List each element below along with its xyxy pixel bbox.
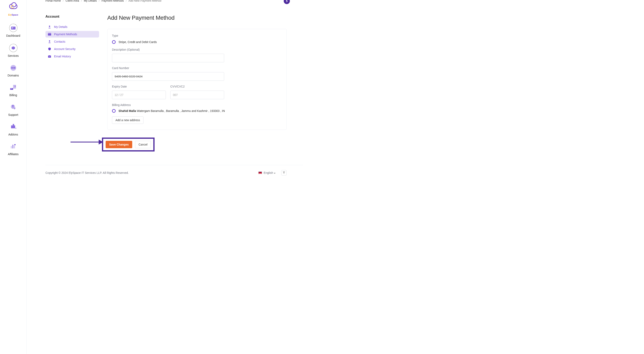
svg-rect-11	[11, 89, 12, 89]
sidebar-nav: Dashboard Services www Domains $ Billing…	[0, 21, 26, 159]
svg-rect-2	[12, 28, 13, 29]
svg-point-14	[12, 105, 14, 107]
services-icon	[9, 44, 18, 52]
sidebar-label: Affiliates	[8, 152, 19, 156]
scroll-to-top-button[interactable]	[281, 170, 286, 175]
user-icon	[48, 40, 51, 43]
card-number-value: 5405 0460 0220 0424	[115, 75, 142, 78]
breadcrumb-my-details[interactable]: My Details	[84, 0, 97, 2]
svg-rect-16	[14, 109, 15, 109]
cvv-value: 007	[173, 93, 178, 97]
sidebar-label: Support	[8, 113, 18, 116]
description-input[interactable]	[112, 54, 224, 62]
sidebar-item-support[interactable]: Support	[0, 100, 26, 120]
sidebar-label: Addons	[8, 133, 18, 136]
label-description: Description (Optional)	[112, 48, 282, 51]
breadcrumb: Portal Home / Client Area / My Details /…	[46, 0, 303, 2]
sidebar-label: Domains	[8, 74, 19, 77]
svg-rect-18	[11, 146, 12, 148]
sidebar-item-affiliates[interactable]: Affiliates	[0, 140, 26, 159]
svg-text:www: www	[12, 67, 14, 68]
svg-rect-20	[14, 145, 15, 148]
account-link-payment-methods[interactable]: Payment Methods	[46, 31, 99, 38]
support-icon	[10, 103, 17, 111]
expiry-value: 12 / 27	[115, 93, 124, 97]
annotation-arrow-line	[70, 142, 99, 142]
sidebar-label: Services	[8, 54, 19, 57]
sidebar-label: Billing	[10, 93, 17, 97]
svg-text:$: $	[14, 85, 16, 87]
expiry-input[interactable]: 12 / 27	[112, 91, 166, 99]
sidebar-item-addons[interactable]: + Addons	[0, 120, 26, 140]
sidebar-item-dashboard[interactable]: Dashboard	[0, 21, 26, 41]
svg-point-25	[49, 40, 50, 42]
breadcrumb-current: Add New Payment Method	[128, 0, 161, 2]
dashboard-icon	[9, 24, 18, 32]
logo-cloud-icon	[9, 4, 18, 9]
account-link-label: Contacts	[54, 40, 65, 43]
svg-rect-15	[14, 108, 16, 108]
svg-rect-27	[283, 171, 285, 172]
footer: Copyright © 2024 ElySpace IT Services LL…	[46, 165, 303, 175]
brand-name: ElySpace	[8, 14, 18, 16]
radio-payment-type-label: Stripe, Credit and Debit Cards	[118, 40, 157, 44]
addons-icon: +	[10, 123, 17, 131]
svg-rect-1	[12, 27, 13, 28]
svg-point-22	[49, 26, 50, 27]
language-selector[interactable]: English	[258, 171, 276, 174]
billing-address-option: Shahid Malla Watergam Baramulla , Baramu…	[118, 109, 225, 112]
breadcrumb-payment-methods[interactable]: Payment Methods	[102, 0, 124, 2]
brand-logo[interactable]	[7, 4, 20, 12]
uk-flag-icon	[258, 171, 262, 174]
sidebar-item-domains[interactable]: www Domains	[0, 61, 26, 81]
account-subnav: Account My Details Payment Methods	[46, 15, 99, 151]
billing-icon: $	[10, 84, 17, 91]
svg-marker-3	[12, 46, 15, 50]
account-heading: Account	[46, 15, 99, 19]
sidebar-item-services[interactable]: Services	[0, 41, 26, 61]
account-link-label: My Details	[54, 25, 67, 29]
cancel-button[interactable]: Cancel	[135, 141, 151, 148]
payment-form-card: Type Stripe, Credit and Debit Cards Desc…	[107, 29, 286, 130]
annotation-highlight-box: Save Changes Cancel	[102, 137, 154, 151]
footer-copyright: Copyright © 2024 ElySpace IT Services LL…	[46, 171, 129, 174]
svg-rect-10	[11, 89, 11, 89]
arrow-up-icon	[283, 171, 285, 174]
sidebar-label: Dashboard	[6, 34, 20, 37]
account-link-account-security[interactable]: Account Security	[46, 46, 99, 52]
account-link-label: Email History	[54, 55, 71, 58]
svg-rect-0	[11, 27, 16, 30]
cvv-input[interactable]: 007	[170, 91, 224, 99]
sidebar-item-billing[interactable]: $ Billing	[0, 81, 26, 100]
save-changes-button[interactable]: Save Changes	[106, 141, 132, 148]
label-expiry: Expiry Date	[112, 85, 166, 88]
svg-rect-12	[12, 89, 12, 89]
card-icon	[48, 33, 51, 36]
add-address-button[interactable]: Add a new address	[112, 116, 144, 124]
card-number-input[interactable]: 5405 0460 0220 0424	[112, 72, 224, 81]
svg-point-21	[14, 144, 16, 145]
account-link-email-history[interactable]: Email History	[46, 53, 99, 60]
account-link-label: Account Security	[54, 47, 76, 51]
breadcrumb-portal-home[interactable]: Portal Home	[46, 0, 61, 2]
sidebar: ElySpace Dashboard Services www Domains …	[0, 0, 26, 184]
affiliates-icon	[10, 143, 17, 150]
breadcrumb-client-area[interactable]: Client Area	[66, 0, 79, 2]
label-card-number: Card Number	[112, 66, 282, 70]
radio-billing-address[interactable]	[112, 109, 116, 113]
content-title: Add New Payment Method	[107, 15, 286, 21]
label-cvv: CVV/CVC2	[170, 85, 224, 88]
language-label: English	[264, 171, 276, 174]
account-link-my-details[interactable]: My Details	[46, 24, 99, 30]
radio-payment-type[interactable]	[112, 40, 116, 44]
svg-text:+: +	[15, 127, 16, 130]
domains-icon: www	[10, 64, 17, 72]
svg-rect-23	[48, 33, 51, 36]
svg-rect-19	[12, 145, 13, 148]
notification-badge[interactable]: 5	[284, 0, 290, 4]
mail-icon	[48, 55, 51, 58]
shield-icon	[48, 48, 51, 50]
account-link-contacts[interactable]: Contacts	[46, 38, 99, 45]
main-content: Payment Methods Portal Home / Client Are…	[26, 0, 303, 184]
svg-rect-24	[48, 34, 51, 34]
